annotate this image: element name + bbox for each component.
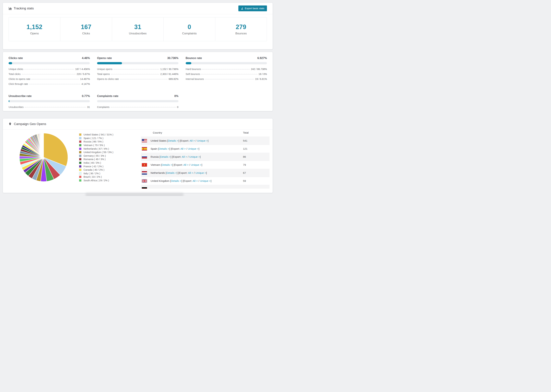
details-link[interactable]: Details > (162, 163, 172, 166)
rate-detail-row: Opens to clicks rate689.82% (97, 78, 178, 83)
table-row-partial (141, 185, 269, 189)
legend-label: Vietnam ( 79 / 5% ) (84, 144, 105, 147)
rate-detail-label: Internal bounces (186, 78, 204, 80)
export-all-link[interactable]: All > (181, 147, 186, 150)
legend-item: Vietnam ( 79 / 5% ) (79, 143, 113, 147)
rate-value: 6.927% (257, 56, 267, 60)
dotted-leader (24, 69, 74, 70)
export-unique-link[interactable]: Unique > (197, 139, 208, 142)
legend-swatch (79, 140, 81, 143)
stat-value: 167 (81, 23, 91, 31)
table-row-netherlands: Netherlands [Details >] [Export: All > /… (141, 169, 269, 177)
rate-detail-row: Hard bounces242 / 86.738% (186, 68, 267, 73)
country-cell-text: Russia [Details >] [Export: All > / Uniq… (151, 155, 201, 158)
stat-cell-clicks: 167Clicks (60, 17, 112, 41)
dotted-leader (201, 74, 257, 74)
rate-progress-bar (97, 62, 178, 64)
legend-item: Netherlands ( 67 / 4% ) (79, 147, 113, 151)
country-name: Netherlands (151, 171, 166, 174)
country-name: Spain (151, 147, 158, 150)
map-pin-icon (8, 122, 12, 126)
legend-item: Brazil ( 33 / 2% ) (79, 175, 113, 179)
legend-label: Netherlands ( 67 / 4% ) (84, 147, 109, 150)
export-all-link[interactable]: All > (192, 179, 198, 182)
table-row-spain: Spain [Details >] [Export: All > / Uniqu… (141, 145, 269, 153)
geo-table-header-row: Country Total (141, 129, 269, 137)
stat-value: 279 (236, 23, 247, 31)
legend-label: Romania ( 49 / 3% ) (84, 158, 106, 161)
dotted-leader (25, 107, 86, 107)
export-button-label: Export basic stats (245, 7, 264, 10)
rates-card: Clicks rate4.46%Unique clicks167 / 4.456… (3, 52, 273, 111)
dotted-leader (120, 79, 168, 79)
rate-detail-label: Total clicks (8, 73, 21, 75)
table-row-united-kingdom: United Kingdom [Details >] [Export: All … (141, 177, 269, 185)
legend-label: India ( 46 / 3% ) (84, 161, 101, 164)
stat-label: Unsubscribes (129, 32, 147, 35)
details-link[interactable]: Details > (168, 139, 178, 142)
rate-detail-row: Internal bounces19 / 6.81% (186, 78, 267, 83)
dotted-leader (202, 69, 250, 70)
legend-label: United Kingdom ( 59 / 3% ) (84, 151, 113, 154)
export-all-link[interactable]: All > (188, 171, 193, 174)
export-unique-link[interactable]: Unique > (200, 179, 211, 182)
legend-swatch (79, 165, 81, 168)
stat-cell-complaints: 0Complaints (163, 17, 215, 41)
rate-detail-label: Unsubscribes (8, 106, 24, 108)
stat-value: 1,152 (27, 23, 42, 31)
country-cell-text: United States [Details >] [Export: All >… (151, 139, 208, 142)
legend-swatch (79, 176, 81, 178)
details-link[interactable]: Details > (171, 179, 181, 182)
geo-opens-pie-chart[interactable] (18, 132, 70, 183)
table-row-russia: Russia [Details >] [Export: All > / Uniq… (141, 153, 269, 161)
country-column-header: Country (141, 131, 243, 134)
dotted-leader (22, 74, 76, 74)
rate-detail-value: 0 (177, 106, 178, 108)
country-name: United Kingdom (151, 179, 170, 182)
legend-swatch (79, 137, 81, 139)
rate-block-complaints-rate: Complaints rate0%Complaints0 (97, 94, 178, 111)
country-cell-text: Spain [Details >] [Export: All > / Uniqu… (151, 147, 199, 150)
export-all-link[interactable]: All > (183, 163, 189, 166)
country-cell-text: Vietnam [Details >] [Export: All > / Uni… (151, 163, 202, 166)
dotted-leader (31, 79, 79, 79)
export-all-link[interactable]: All > (182, 155, 187, 158)
stat-cell-bounces: 279Bounces (215, 17, 267, 41)
details-link[interactable]: Details > (166, 171, 177, 174)
legend-swatch (79, 179, 81, 182)
bottom-scroll-overlay (85, 193, 184, 196)
legend-item: South Africa ( 29 / 2% ) (79, 179, 113, 182)
dotted-leader (29, 84, 80, 84)
rate-value: 4.46% (82, 56, 90, 60)
rate-detail-label: Total opens (97, 73, 110, 75)
rate-progress-bar (8, 100, 90, 102)
rate-detail-value: 2,303 / 61.446% (160, 73, 178, 75)
legend-label: United States ( 541 / 31% ) (84, 133, 113, 136)
total-cell: 541 (243, 139, 269, 142)
export-all-link[interactable]: All > (190, 139, 195, 142)
export-basic-stats-button[interactable]: Export basic stats (238, 6, 267, 11)
details-link[interactable]: Details > (159, 147, 169, 150)
tracking-stats-header: Tracking stats Export basic stats (3, 3, 273, 14)
rate-value: 0.77% (82, 94, 90, 98)
rate-detail-label: Opens to clicks rate (97, 78, 119, 80)
legend-swatch (79, 169, 81, 171)
legend-swatch (79, 155, 81, 157)
rate-detail-label: Unique clicks (8, 68, 23, 70)
rate-block-opens-rate: Opens rate30.736%Unique opens1,152 / 30.… (97, 56, 178, 88)
rate-value: 30.736% (167, 56, 178, 60)
legend-item: Spain ( 121 / 7% ) (79, 136, 113, 140)
details-link[interactable]: Details > (160, 155, 171, 158)
es-flag-icon (142, 147, 147, 151)
export-unique-link[interactable]: Unique > (195, 171, 206, 174)
pie-slice-other[interactable] (43, 133, 44, 157)
geo-table-body: United States [Details >] [Export: All >… (141, 137, 269, 189)
export-unique-link[interactable]: Unique > (188, 147, 198, 150)
total-cell: 67 (243, 171, 269, 175)
export-unique-link[interactable]: Unique > (191, 163, 201, 166)
tracking-stats-title-text: Tracking stats (14, 7, 34, 10)
tracking-stats-title: Tracking stats (8, 7, 34, 10)
export-unique-link[interactable]: Unique > (189, 155, 200, 158)
rate-detail-label: Hard bounces (186, 68, 201, 70)
rate-block-unsubscribe-rate: Unsubscribe rate0.77%Unsubscribes31 (8, 94, 90, 111)
